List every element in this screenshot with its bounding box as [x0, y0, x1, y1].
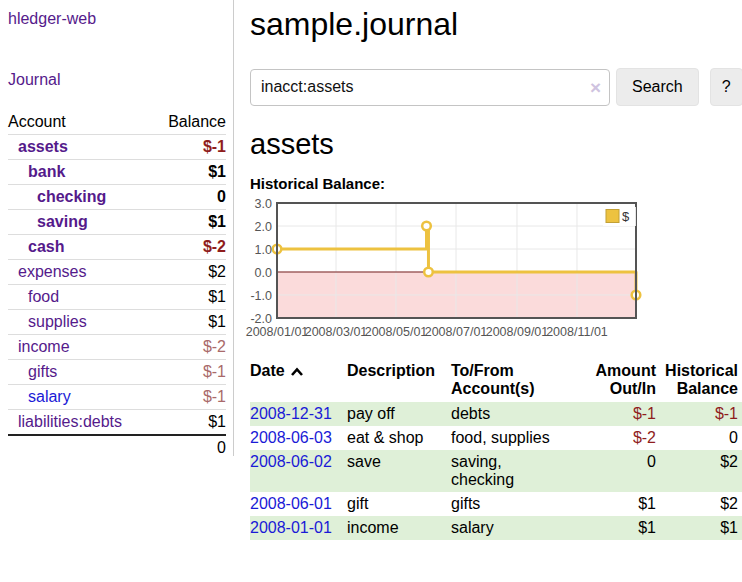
- transaction-amount: $-2: [587, 426, 662, 450]
- sidebar-item-journal[interactable]: Journal: [8, 71, 60, 88]
- accounts-header-account: Account: [8, 110, 153, 135]
- svg-text:2008/01/01: 2008/01/01: [246, 325, 309, 339]
- svg-text:1.0: 1.0: [255, 243, 272, 257]
- transaction-date-link[interactable]: 2008-01-01: [250, 519, 332, 536]
- account-balance: $-1: [153, 360, 226, 385]
- accounts-header-balance: Balance: [153, 110, 226, 135]
- register-row: 2008-06-03eat & shopfood, supplies$-20: [250, 426, 742, 450]
- account-link-bank[interactable]: bank: [8, 163, 65, 181]
- account-balance: $-2: [153, 235, 226, 260]
- transaction-amount: $1: [587, 516, 662, 540]
- transaction-amount: $1: [587, 492, 662, 516]
- svg-text:3.0: 3.0: [255, 197, 272, 211]
- clear-search-icon[interactable]: ×: [590, 78, 601, 97]
- svg-text:2008/11/01: 2008/11/01: [546, 325, 608, 339]
- register-row: 2008-12-31pay offdebts$-1$-1: [250, 402, 742, 426]
- main-content: sample.journal × Search ? assets Histori…: [234, 0, 742, 540]
- sidebar: hledger-web Journal Account Balance asse…: [0, 0, 234, 540]
- register-header-description: Description: [347, 360, 451, 402]
- account-balance: $-1: [153, 135, 226, 160]
- transaction-date-link[interactable]: 2008-06-03: [250, 429, 332, 446]
- transaction-date-link[interactable]: 2008-06-01: [250, 495, 332, 512]
- account-balance: $1: [153, 160, 226, 185]
- account-link-saving[interactable]: saving: [8, 213, 88, 231]
- register-header-balance: Historical Balance: [662, 360, 742, 402]
- svg-text:-1.0: -1.0: [250, 289, 272, 303]
- account-row: expenses$2: [8, 260, 226, 285]
- transaction-description: eat & shop: [347, 426, 451, 450]
- account-balance: $-1: [153, 385, 226, 410]
- account-link-liabilities-debts[interactable]: liabilities:debts: [8, 413, 122, 431]
- account-link-assets[interactable]: assets: [8, 138, 68, 156]
- svg-text:2008/05/01: 2008/05/01: [365, 325, 428, 339]
- search-button[interactable]: Search: [616, 68, 699, 106]
- transaction-date-link[interactable]: 2008-06-02: [250, 453, 332, 470]
- accounts-total-row: 0: [8, 435, 226, 460]
- svg-text:2008/09/01: 2008/09/01: [486, 325, 549, 339]
- account-balance: $1: [153, 310, 226, 335]
- register-header-accounts: To/From Account(s): [451, 360, 587, 402]
- account-balance: 0: [153, 185, 226, 210]
- help-button[interactable]: ?: [710, 68, 742, 106]
- hledger-web-app: hledger-web Journal Account Balance asse…: [0, 0, 742, 540]
- account-heading: assets: [250, 128, 742, 161]
- search-input[interactable]: [250, 69, 610, 106]
- search-form: × Search ?: [250, 68, 742, 106]
- accounts-total-spacer: [8, 435, 153, 460]
- account-link-expenses[interactable]: expenses: [8, 263, 87, 281]
- account-row: saving$1: [8, 210, 226, 235]
- account-row: cash$-2: [8, 235, 226, 260]
- transaction-balance: $1: [662, 516, 742, 540]
- account-row: checking0: [8, 185, 226, 210]
- app-title-link[interactable]: hledger-web: [8, 10, 96, 28]
- account-link-supplies[interactable]: supplies: [8, 313, 87, 331]
- transaction-balance: $2: [662, 492, 742, 516]
- transaction-accounts: debts: [451, 402, 587, 426]
- register-header-row: Date Description To/From Account(s) Amou…: [250, 360, 742, 402]
- register-row: 2008-06-01giftgifts$1$2: [250, 492, 742, 516]
- account-link-food[interactable]: food: [8, 288, 59, 306]
- account-balance: $-2: [153, 335, 226, 360]
- chart-label: Historical Balance:: [250, 175, 742, 192]
- register-row: 2008-01-01incomesalary$1$1: [250, 516, 742, 540]
- account-row: bank$1: [8, 160, 226, 185]
- register-table: Date Description To/From Account(s) Amou…: [250, 360, 742, 540]
- register-header-amount: Amount Out/In: [587, 360, 662, 402]
- account-row: liabilities:debts$1: [8, 410, 226, 436]
- transaction-accounts: salary: [451, 516, 587, 540]
- account-row: supplies$1: [8, 310, 226, 335]
- account-row: income$-2: [8, 335, 226, 360]
- transaction-amount: 0: [587, 450, 662, 492]
- transaction-balance: $2: [662, 450, 742, 492]
- sort-ascending-icon: [290, 367, 304, 377]
- svg-text:$: $: [622, 209, 630, 224]
- svg-text:2008/07/01: 2008/07/01: [425, 325, 488, 339]
- account-balance: $1: [153, 285, 226, 310]
- account-balance: $1: [153, 410, 226, 436]
- account-row: salary$-1: [8, 385, 226, 410]
- transaction-accounts: saving, checking: [451, 450, 587, 492]
- svg-text:0.0: 0.0: [255, 266, 272, 280]
- account-link-gifts[interactable]: gifts: [8, 363, 57, 381]
- svg-text:-2.0: -2.0: [250, 312, 272, 326]
- transaction-description: pay off: [347, 402, 451, 426]
- transaction-date-link[interactable]: 2008-12-31: [250, 405, 332, 422]
- svg-text:2.0: 2.0: [255, 220, 272, 234]
- svg-text:2008/03/01: 2008/03/01: [305, 325, 368, 339]
- register-header-date[interactable]: Date: [250, 360, 347, 402]
- accounts-table: Account Balance assets$-1bank$1checking0…: [8, 110, 226, 460]
- account-balance: $1: [153, 210, 226, 235]
- account-row: assets$-1: [8, 135, 226, 160]
- accounts-total-value: 0: [153, 435, 226, 460]
- account-link-checking[interactable]: checking: [8, 188, 106, 206]
- register-header-date-label: Date: [250, 362, 285, 379]
- sidebar-divider: [233, 0, 234, 456]
- account-link-cash[interactable]: cash: [8, 238, 64, 256]
- page-title: sample.journal: [250, 6, 742, 43]
- register-row: 2008-06-02savesaving, checking0$2: [250, 450, 742, 492]
- transaction-description: save: [347, 450, 451, 492]
- transaction-description: gift: [347, 492, 451, 516]
- transaction-accounts: food, supplies: [451, 426, 587, 450]
- account-link-salary[interactable]: salary: [8, 388, 71, 406]
- account-link-income[interactable]: income: [8, 338, 70, 356]
